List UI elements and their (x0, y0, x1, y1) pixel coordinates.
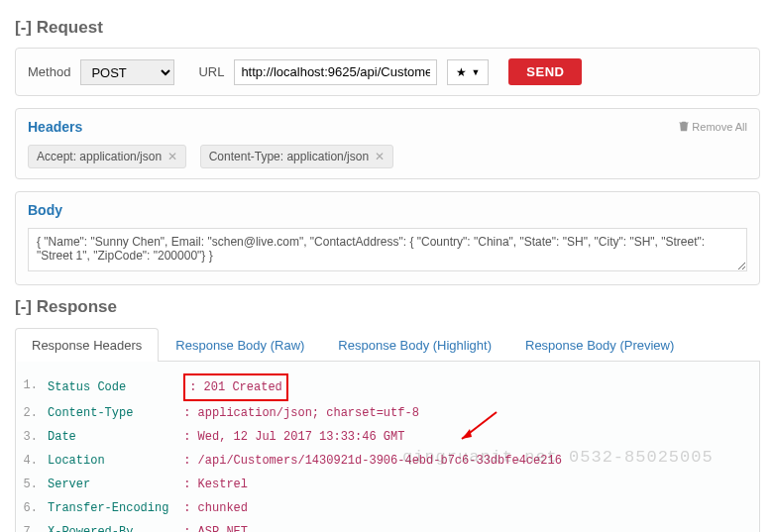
body-panel: Body { "Name": "Sunny Chen", Email: "sch… (15, 191, 760, 285)
method-label: Method (28, 64, 70, 79)
send-button[interactable]: SEND (508, 58, 582, 85)
tab-response-body-highlight[interactable]: Response Body (Highlight) (321, 328, 508, 362)
response-header-line: 7.X-Powered-By : ASP.NET (22, 520, 749, 532)
response-header-line: 3.Date : Wed, 12 Jul 2017 13:33:46 GMT (22, 425, 749, 449)
response-collapse-toggle[interactable]: [-] (15, 297, 32, 316)
tab-response-body-preview[interactable]: Response Body (Preview) (508, 328, 691, 362)
chevron-down-icon: ▼ (471, 67, 480, 77)
headers-panel: Headers Remove All Accept: application/j… (15, 108, 760, 179)
request-collapse-toggle[interactable]: [-] (15, 18, 32, 37)
method-select[interactable]: POST (80, 59, 174, 85)
response-section-title: [-] Response (15, 297, 760, 317)
request-section-title: [-] Request (15, 18, 760, 38)
star-icon: ★ (456, 65, 467, 79)
headers-title: Headers (28, 119, 82, 135)
close-icon[interactable]: ✕ (167, 150, 177, 163)
response-headers-content: 1.Status Code : 201 Created2.Content-Typ… (15, 362, 760, 532)
header-tag: Content-Type: application/json✕ (200, 145, 393, 168)
remove-all-button[interactable]: Remove All (679, 121, 747, 134)
body-title: Body (28, 202, 62, 218)
response-header-line: 6.Transfer-Encoding : chunked (22, 496, 749, 520)
header-tag: Accept: application/json✕ (28, 145, 186, 168)
response-header-line: 1.Status Code : 201 Created (22, 373, 749, 401)
response-tabs: Response Headers Response Body (Raw) Res… (15, 327, 760, 362)
url-input[interactable] (234, 59, 437, 85)
response-header-line: 4.Location : /api/Customers/1430921d-390… (22, 449, 749, 473)
body-textarea[interactable]: { "Name": "Sunny Chen", Email: "schen@li… (28, 228, 747, 271)
response-header-line: 2.Content-Type : application/json; chars… (22, 401, 749, 425)
response-header-line: 5.Server : Kestrel (22, 473, 749, 496)
favorite-button[interactable]: ★ ▼ (447, 59, 489, 85)
tab-response-headers[interactable]: Response Headers (15, 328, 159, 362)
trash-icon (679, 121, 689, 134)
close-icon[interactable]: ✕ (375, 150, 385, 163)
url-label: URL (198, 64, 224, 79)
request-panel: Method POST URL ★ ▼ SEND (15, 48, 760, 96)
tab-response-body-raw[interactable]: Response Body (Raw) (159, 328, 321, 362)
